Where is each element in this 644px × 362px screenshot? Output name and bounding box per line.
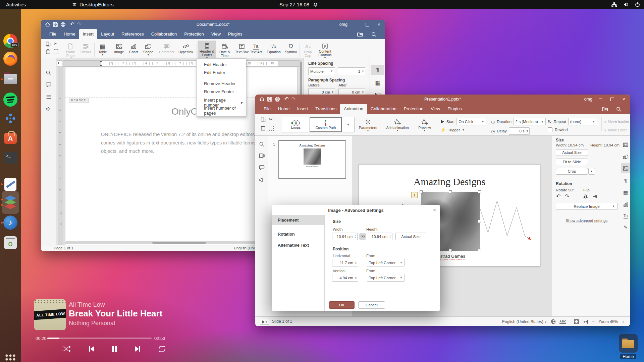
selection-handle-e[interactable] xyxy=(478,220,481,223)
pres-language-button[interactable]: English (United States) ▼ xyxy=(502,319,547,324)
move-later-button[interactable]: ∨ Move Later xyxy=(604,128,627,132)
preview-animation-button[interactable]: Preview▼ xyxy=(414,116,435,135)
menu-insert-number-of-pages[interactable]: Insert number of pages xyxy=(197,107,246,115)
dock-music-player[interactable]: ♪ xyxy=(3,215,18,230)
print-icon[interactable] xyxy=(60,22,66,27)
pres-tab-plugins[interactable]: Plugins xyxy=(444,104,466,114)
redo-icon[interactable]: ↷ xyxy=(77,21,82,27)
home-icon[interactable] xyxy=(259,97,265,102)
dialog-width-spinner[interactable]: 10.94 cm▲▼ xyxy=(332,233,358,240)
pres-tab-animation[interactable]: Animation xyxy=(340,104,367,114)
start-select[interactable]: On Click▼ xyxy=(457,118,486,125)
paragraph-settings-icon[interactable]: ¶ xyxy=(373,66,382,74)
dock-onlyoffice-editors[interactable] xyxy=(3,195,18,210)
repeat-select[interactable]: (none)▼ xyxy=(568,118,597,125)
desktop-home-shortcut[interactable]: Home xyxy=(618,334,639,361)
save-icon[interactable] xyxy=(267,97,272,102)
player-progress-bar[interactable] xyxy=(47,338,152,339)
dialog-cancel-button[interactable]: Cancel xyxy=(358,301,385,309)
next-track-button[interactable] xyxy=(135,346,141,352)
duration-select[interactable]: 2 s (Medium)▼ xyxy=(514,118,546,125)
system-status-menu[interactable] xyxy=(611,0,640,9)
clock-menu[interactable]: Sep 27 16:08 xyxy=(265,0,332,9)
copy-icon[interactable] xyxy=(46,42,51,47)
print-icon[interactable] xyxy=(275,97,280,102)
dock-app-store[interactable]: A xyxy=(3,131,18,146)
slide-thumbnail[interactable]: Amazing Designs Amstrad Games xyxy=(278,140,346,179)
doc-feedback-icon[interactable] xyxy=(44,105,53,113)
save-icon[interactable] xyxy=(53,22,58,27)
dialog-horizontal-from-select[interactable]: Top Left Corner▼ xyxy=(367,259,405,266)
dialog-actual-size-button[interactable]: Actual Size xyxy=(395,233,426,240)
dialog-tab-alternative-text[interactable]: Alternative Text xyxy=(272,240,324,250)
doc-comments-icon[interactable] xyxy=(44,80,53,89)
animation-loops-option[interactable]: Loops xyxy=(282,117,310,132)
rotate-cw-icon[interactable]: ↷ xyxy=(565,193,569,199)
doc-navigation-icon[interactable] xyxy=(44,93,53,101)
pres-search-icon[interactable] xyxy=(257,140,266,148)
dock-text-editor[interactable] xyxy=(3,177,18,192)
fit-to-slide-icon[interactable] xyxy=(574,319,579,324)
dock-extension-puzzle[interactable] xyxy=(3,112,18,126)
spellcheck-icon[interactable]: ABC xyxy=(559,320,566,324)
doc-tab-collaboration[interactable]: Collaboration xyxy=(148,29,181,39)
toolbar-text-box-button[interactable]: Text Box xyxy=(235,41,249,59)
textart-settings-icon[interactable]: Ta xyxy=(621,212,630,220)
selection-handle-s[interactable] xyxy=(449,249,452,252)
pres-tab-insert[interactable]: Insert xyxy=(293,104,312,114)
pres-tab-transitions[interactable]: Transitions xyxy=(312,104,340,114)
flip-vertical-icon[interactable] xyxy=(592,194,598,199)
doc-horizontal-scrollbar-thumb[interactable] xyxy=(152,242,206,244)
select-all-icon[interactable] xyxy=(269,126,274,131)
constrain-proportions-icon[interactable] xyxy=(359,233,366,240)
delay-spinner[interactable]: 0 s▲▼ xyxy=(509,127,530,135)
toolbar-shape-button[interactable]: Shape▼ xyxy=(141,41,156,59)
dialog-tab-placement[interactable]: Placement xyxy=(272,215,324,225)
minimize-button[interactable] xyxy=(354,24,358,24)
pres-tab-home[interactable]: Home xyxy=(274,104,293,114)
fillable-link[interactable]: fillable xyxy=(228,140,242,145)
toolbar-header-footer-button[interactable]: Header & Footer▼ xyxy=(198,41,216,59)
doc-search-icon[interactable] xyxy=(44,68,53,77)
undo-icon[interactable]: ↶ xyxy=(284,96,289,102)
redo-icon[interactable]: ↷ xyxy=(291,96,296,102)
doc-title-bar[interactable]: ↶ ↷ Document1.docx* omg × xyxy=(41,20,385,29)
paste-icon[interactable] xyxy=(261,126,266,131)
doc-tab-insert[interactable]: Insert xyxy=(79,29,98,39)
dialog-close-icon[interactable]: × xyxy=(433,207,436,213)
start-slideshow-button[interactable]: ▼ xyxy=(260,319,269,325)
close-button[interactable]: × xyxy=(622,98,625,101)
animation-custom-path-option[interactable]: Custom Path xyxy=(310,117,342,132)
animation-parameters-button[interactable]: Parameters▼ xyxy=(356,116,380,135)
focused-app-menu[interactable]: DesktopEditors xyxy=(72,0,114,9)
actual-size-button[interactable]: Actual Size xyxy=(556,149,588,156)
doc-tab-layout[interactable]: Layout xyxy=(97,29,118,39)
doc-tab-references[interactable]: References xyxy=(118,29,147,39)
menu-remove-footer[interactable]: Remove Footer xyxy=(197,87,246,96)
dialog-vertical-from-select[interactable]: Top Left Corner▼ xyxy=(367,274,405,282)
rotate-ccw-icon[interactable]: ↶ xyxy=(556,193,560,199)
gallery-expand-button[interactable]: ▼ xyxy=(342,117,354,132)
menu-edit-footer[interactable]: Edit Footer xyxy=(197,68,246,76)
table-settings-icon[interactable]: ▦ xyxy=(621,188,630,197)
line-spacing-select[interactable]: Multiple▼ xyxy=(308,67,335,75)
shuffle-button[interactable] xyxy=(62,345,71,353)
menu-remove-header[interactable]: Remove Header xyxy=(197,79,246,87)
dialog-tab-rotation[interactable]: Rotation xyxy=(272,229,324,239)
pause-button[interactable] xyxy=(111,346,117,352)
dialog-title[interactable]: Image - Advanced Settings xyxy=(272,205,440,215)
crop-dropdown-button[interactable]: ▼ xyxy=(588,168,595,175)
slide-settings-icon[interactable] xyxy=(621,140,630,149)
toolbar-hyperlink-button[interactable]: Hyperlink xyxy=(176,41,196,59)
toolbar-blank-page-button[interactable]: Blank Page xyxy=(63,41,78,59)
rewind-checkbox[interactable] xyxy=(548,127,552,132)
open-file-icon[interactable] xyxy=(357,32,363,37)
pres-title-bar[interactable]: ↶ ↷ Presentation1.pptx* omg × xyxy=(255,95,630,104)
doc-tab-view[interactable]: View xyxy=(208,29,224,39)
pres-slides-panel-icon[interactable] xyxy=(257,151,266,160)
toolbar-table-button[interactable]: ▦ Table▼ xyxy=(95,41,110,59)
pres-tab-protection[interactable]: Protection xyxy=(400,104,427,114)
fit-to-width-icon[interactable] xyxy=(583,319,588,324)
image-settings-icon[interactable] xyxy=(621,164,630,173)
home-icon[interactable] xyxy=(45,22,50,27)
